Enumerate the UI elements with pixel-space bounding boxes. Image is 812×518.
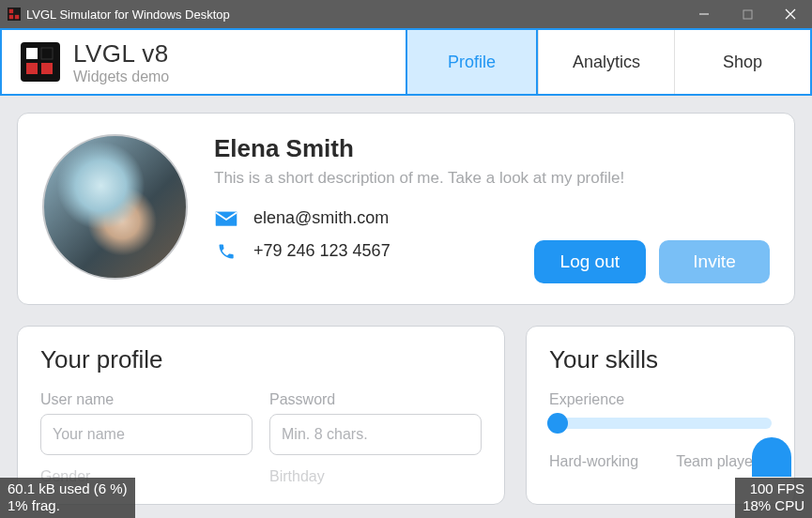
memory-used-value: 60.1 kB used (6 %) <box>8 480 128 498</box>
profile-description: This is a short description of me. Take … <box>214 169 770 188</box>
username-label: User name <box>40 391 253 408</box>
username-input[interactable] <box>40 414 253 455</box>
svg-rect-3 <box>15 15 19 19</box>
hard-working-label: Hard-working <box>549 453 638 470</box>
maximize-icon <box>743 9 753 20</box>
tab-label: Shop <box>723 53 762 72</box>
cpu-value: 18% CPU <box>743 497 804 515</box>
mail-icon <box>214 209 238 228</box>
tab-shop[interactable]: Shop <box>674 30 810 94</box>
experience-label: Experience <box>549 391 624 407</box>
tab-label: Profile <box>448 53 496 72</box>
minimize-icon <box>698 8 710 20</box>
svg-rect-10 <box>26 63 38 74</box>
svg-rect-12 <box>41 48 53 59</box>
svg-rect-2 <box>9 15 13 19</box>
email-row: elena@smith.com <box>214 208 534 228</box>
profile-card: Elena Smith This is a short description … <box>17 113 795 305</box>
close-button[interactable] <box>769 0 812 28</box>
your-profile-title: Your profile <box>40 345 482 374</box>
experience-slider[interactable] <box>549 418 772 429</box>
tabs: Profile Analytics Shop <box>406 30 810 94</box>
phone-value: +79 246 123 4567 <box>253 241 391 261</box>
window-title: LVGL Simulator for Windows Desktop <box>26 8 230 22</box>
profile-name: Elena Smith <box>214 134 770 163</box>
brand-subtitle: Widgets demo <box>73 69 169 85</box>
perf-stats-badge: 100 FPS 18% CPU <box>735 478 812 519</box>
tab-analytics[interactable]: Analytics <box>538 30 674 94</box>
minimize-button[interactable] <box>682 0 726 28</box>
topbar: LVGL v8 Widgets demo Profile Analytics S… <box>0 28 812 96</box>
team-player-label: Team player <box>676 453 758 470</box>
email-value: elena@smith.com <box>253 208 389 228</box>
maximize-button[interactable] <box>726 0 769 28</box>
svg-rect-5 <box>743 10 752 19</box>
brand: LVGL v8 Widgets demo <box>2 30 169 94</box>
svg-rect-11 <box>41 63 53 74</box>
button-label: Log out <box>560 251 620 272</box>
tab-label: Analytics <box>573 53 640 72</box>
brand-logo-icon <box>21 42 60 82</box>
brand-title: LVGL v8 <box>73 39 169 69</box>
titlebar: LVGL Simulator for Windows Desktop <box>0 0 812 28</box>
close-icon <box>785 8 796 20</box>
invite-button[interactable]: Invite <box>659 240 770 283</box>
svg-rect-1 <box>9 9 13 13</box>
fab-button[interactable] <box>752 437 791 477</box>
birthday-label: Birthday <box>269 468 482 485</box>
button-label: Invite <box>693 251 735 272</box>
app-icon <box>8 8 21 21</box>
logout-button[interactable]: Log out <box>534 240 646 283</box>
phone-row: +79 246 123 4567 <box>214 241 534 261</box>
password-label: Password <box>269 391 482 408</box>
password-input[interactable] <box>269 414 482 455</box>
fps-value: 100 FPS <box>743 480 804 498</box>
tab-profile[interactable]: Profile <box>406 28 538 96</box>
avatar <box>42 134 188 280</box>
your-skills-title: Your skills <box>549 345 772 374</box>
memory-frag-value: 1% frag. <box>8 497 128 515</box>
svg-rect-9 <box>26 48 38 59</box>
memory-stats-badge: 60.1 kB used (6 %) 1% frag. <box>0 478 135 519</box>
phone-icon <box>214 242 238 261</box>
slider-thumb-icon <box>547 413 568 434</box>
